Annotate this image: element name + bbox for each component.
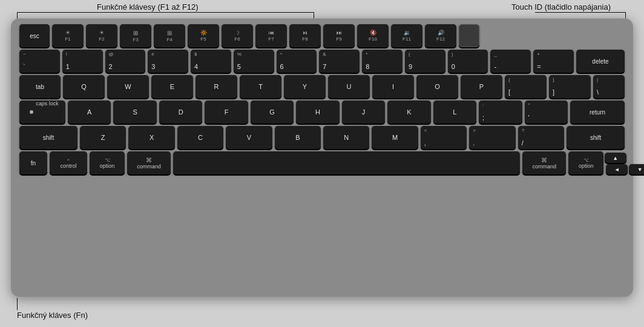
key-f1[interactable]: ☀ F1 xyxy=(52,24,84,47)
key-semicolon[interactable]: : ; xyxy=(479,101,522,124)
key-a[interactable]: A xyxy=(68,101,111,124)
key-f4[interactable]: ⊞ F4 xyxy=(154,24,185,47)
key-f9[interactable]: ⏭ F9 xyxy=(323,24,355,47)
key-t[interactable]: T xyxy=(240,75,281,98)
key-l[interactable]: L xyxy=(433,101,476,124)
key-0[interactable]: ) 0 xyxy=(448,50,488,73)
key-7[interactable]: & 7 xyxy=(319,50,360,73)
key-z[interactable]: Z xyxy=(80,126,126,149)
key-u[interactable]: U xyxy=(328,75,370,98)
key-o[interactable]: O xyxy=(416,75,458,98)
key-space[interactable] xyxy=(173,151,520,174)
key-delete[interactable]: delete xyxy=(576,50,625,73)
key-j[interactable]: J xyxy=(342,101,385,124)
key-q[interactable]: Q xyxy=(63,75,105,98)
key-6[interactable]: ^ 6 xyxy=(277,50,317,73)
fn-keys-label: Funkčné klávesy (F1 až F12) xyxy=(97,2,199,12)
key-command-left[interactable]: ⌘ command xyxy=(127,151,171,174)
key-b[interactable]: B xyxy=(275,126,321,149)
key-y[interactable]: Y xyxy=(284,75,326,98)
fn-key-line-vert xyxy=(17,298,18,310)
key-4[interactable]: $ 4 xyxy=(191,50,231,73)
key-f7[interactable]: ⏮ F7 xyxy=(255,24,287,47)
key-shift-left[interactable]: shift xyxy=(19,126,77,149)
key-h[interactable]: H xyxy=(296,101,339,124)
key-e[interactable]: E xyxy=(151,75,193,98)
key-f10[interactable]: 🔇 F10 xyxy=(357,24,389,47)
key-f2[interactable]: ☀ F2 xyxy=(86,24,117,47)
key-f11[interactable]: 🔉 F11 xyxy=(391,24,422,47)
key-caps-lock[interactable]: caps lock xyxy=(19,101,65,124)
key-3[interactable]: # 3 xyxy=(148,50,188,73)
arrow-keys-cluster: ▲ ◄ ▼ ► xyxy=(606,153,625,174)
key-f5[interactable]: 🔆 F5 xyxy=(188,24,219,47)
key-d[interactable]: D xyxy=(159,101,202,124)
key-m[interactable]: M xyxy=(372,126,418,149)
fn-key-row: esc ☀ F1 ☀ F2 ⊞ F3 ⊞ F4 🔆 F5 ☽ F6 ⏮ F7 xyxy=(19,24,625,47)
key-i[interactable]: I xyxy=(372,75,414,98)
key-control[interactable]: ^ control xyxy=(50,151,87,174)
touch-id-label: Touch ID (tlačidlo napájania) xyxy=(511,2,611,12)
key-n[interactable]: N xyxy=(323,126,369,149)
key-1[interactable]: ! 1 xyxy=(62,50,103,73)
key-f6[interactable]: ☽ F6 xyxy=(222,24,253,47)
key-quote[interactable]: " ' xyxy=(525,101,568,124)
key-touch-id[interactable] xyxy=(459,24,479,47)
key-9[interactable]: ( 9 xyxy=(405,50,445,73)
key-arrow-down[interactable]: ▼ xyxy=(629,164,644,174)
touch-id-line xyxy=(535,12,626,13)
key-fn[interactable]: fn xyxy=(19,151,47,174)
key-5[interactable]: % 5 xyxy=(234,50,274,73)
key-r[interactable]: R xyxy=(196,75,237,98)
tab-key-row: tab Q W E R T Y U I O P { [ } ] | \ xyxy=(19,75,625,98)
number-key-row: ~ ` ! 1 @ 2 # 3 $ 4 % 5 ^ 6 & 7 xyxy=(19,50,625,73)
shift-key-row: shift Z X C V B N M < , > . ? / shift xyxy=(19,126,625,149)
key-g[interactable]: G xyxy=(251,101,294,124)
key-open-bracket[interactable]: { [ xyxy=(505,75,547,98)
key-slash[interactable]: ? / xyxy=(518,126,564,149)
key-command-right[interactable]: ⌘ command xyxy=(522,151,566,174)
key-equals[interactable]: + = xyxy=(533,50,574,73)
key-option-right[interactable]: ⌥ option xyxy=(568,151,603,174)
key-shift-right[interactable]: shift xyxy=(567,126,625,149)
key-backslash[interactable]: | \ xyxy=(593,75,625,98)
key-s[interactable]: S xyxy=(113,101,156,124)
key-option-left[interactable]: ⌥ option xyxy=(90,151,125,174)
caps-key-row: caps lock A S D F G H J K L : ; " ' retu… xyxy=(19,101,625,124)
key-2[interactable]: @ 2 xyxy=(105,50,146,73)
key-f3[interactable]: ⊞ F3 xyxy=(120,24,151,47)
key-c[interactable]: C xyxy=(177,126,223,149)
key-tab[interactable]: tab xyxy=(19,75,61,98)
key-f12[interactable]: 🔊 F12 xyxy=(425,24,456,47)
key-backtick[interactable]: ~ ` xyxy=(19,50,60,73)
key-x[interactable]: X xyxy=(128,126,174,149)
fn-keys-line xyxy=(17,12,314,13)
key-8[interactable]: * 8 xyxy=(362,50,402,73)
key-arrow-left[interactable]: ◄ xyxy=(606,164,628,174)
key-return[interactable]: return xyxy=(570,101,625,124)
key-close-bracket[interactable]: } ] xyxy=(549,75,591,98)
key-k[interactable]: K xyxy=(387,101,430,124)
bottom-key-row: fn ^ control ⌥ option ⌘ command ⌘ comman… xyxy=(19,151,625,174)
key-esc[interactable]: esc xyxy=(19,24,50,47)
key-v[interactable]: V xyxy=(226,126,272,149)
keyboard: esc ☀ F1 ☀ F2 ⊞ F3 ⊞ F4 🔆 F5 ☽ F6 ⏮ F7 xyxy=(11,18,633,297)
key-comma[interactable]: < , xyxy=(421,126,467,149)
key-p[interactable]: P xyxy=(461,75,502,98)
key-period[interactable]: > . xyxy=(469,126,515,149)
key-f[interactable]: F xyxy=(205,101,248,124)
key-arrow-up[interactable]: ▲ xyxy=(605,153,626,163)
fn-key-label: Funkčný kláves (Fn) xyxy=(17,311,88,320)
key-minus[interactable]: _ - xyxy=(490,50,531,73)
key-f8[interactable]: ⏯ F8 xyxy=(289,24,321,47)
key-w[interactable]: W xyxy=(107,75,149,98)
